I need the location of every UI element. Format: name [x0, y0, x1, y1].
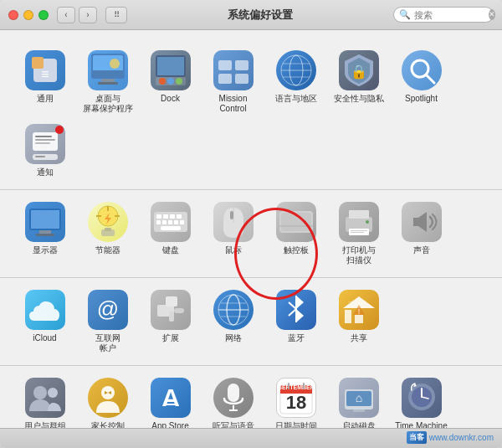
sound-icon — [402, 202, 442, 242]
section-personal-grid: ≡ 通用 — [13, 44, 489, 181]
content-area: ≡ 通用 — [0, 30, 502, 428]
svg-point-64 — [366, 220, 369, 224]
sidebar-item-appstore[interactable]: A App Store — [139, 371, 202, 428]
sidebar-item-security[interactable]: 🔒 安全性与隐私 — [327, 44, 390, 117]
sidebar-item-display[interactable]: 显示器 — [13, 195, 76, 269]
section-system: 用户与群组 家长控制 — [0, 366, 502, 428]
svg-rect-16 — [235, 60, 248, 70]
svg-rect-98 — [353, 409, 365, 412]
sidebar-item-general[interactable]: ≡ 通用 — [13, 44, 76, 117]
dictation-label: 听写与语音 — [213, 421, 254, 428]
svg-rect-34 — [31, 210, 59, 229]
svg-text:≡: ≡ — [41, 67, 49, 81]
printer-label: 打印机与扫描仪 — [342, 245, 376, 265]
svg-rect-60 — [349, 210, 369, 219]
sidebar-item-sharing[interactable]: ! 共享 — [327, 283, 390, 357]
startup-icon: ⌂ — [339, 378, 379, 418]
sidebar-item-trackpad[interactable]: 触控板 — [264, 195, 327, 269]
sidebar-item-parental[interactable]: 家长控制 — [76, 371, 139, 428]
sharing-icon: ! — [339, 290, 379, 330]
traffic-lights — [8, 10, 49, 20]
bluetooth-icon — [276, 290, 316, 330]
sidebar-item-sound[interactable]: 声音 — [390, 195, 453, 269]
search-input[interactable] — [414, 10, 485, 20]
sidebar-item-extension[interactable]: 扩展 — [139, 283, 202, 357]
sidebar-item-dock[interactable]: Dock — [139, 44, 202, 117]
sidebar-item-network[interactable]: 网络 — [202, 283, 264, 357]
energy-icon — [88, 202, 128, 242]
svg-point-13 — [167, 78, 174, 85]
svg-rect-47 — [177, 214, 182, 219]
svg-text:⌂: ⌂ — [355, 391, 361, 404]
sidebar-item-desktop[interactable]: 桌面与屏幕保护程序 — [76, 44, 139, 117]
svg-rect-42 — [105, 228, 111, 231]
svg-line-77 — [289, 309, 296, 316]
svg-rect-32 — [35, 156, 45, 157]
forward-button[interactable]: › — [79, 7, 97, 23]
svg-rect-67 — [174, 308, 184, 313]
svg-rect-86 — [228, 384, 239, 402]
watermark-logo: 当客 — [407, 431, 427, 444]
sidebar-item-bluetooth[interactable]: 蓝牙 — [264, 283, 327, 357]
close-button[interactable] — [8, 10, 18, 20]
sidebar-item-spotlight[interactable]: Spotlight — [390, 44, 453, 117]
svg-rect-55 — [230, 211, 233, 219]
svg-rect-30 — [35, 142, 50, 144]
svg-rect-8 — [93, 70, 123, 77]
sidebar-item-icloud[interactable]: iCloud — [13, 283, 76, 357]
maximize-button[interactable] — [38, 10, 49, 20]
svg-rect-57 — [281, 213, 311, 231]
spotlight-icon — [402, 50, 442, 90]
svg-rect-36 — [36, 234, 54, 236]
sidebar-item-internet[interactable]: @ 互联网帐户 — [76, 283, 139, 357]
section-internet: iCloud @ 互联网帐户 — [0, 278, 502, 366]
dictation-icon — [213, 378, 254, 418]
watermark-text: www.downkr.com — [429, 433, 494, 442]
sidebar-item-notify[interactable]: 通知 — [13, 117, 76, 181]
sidebar-item-timemachine[interactable]: Time Machine — [390, 371, 453, 428]
sidebar-item-energy[interactable]: 节能器 — [76, 195, 139, 269]
sidebar-item-mission[interactable]: MissionControl — [202, 44, 264, 117]
keyboard-icon — [151, 202, 191, 242]
sidebar-item-startup[interactable]: ⌂ 启动磁盘 — [327, 371, 390, 428]
svg-rect-49 — [162, 220, 166, 224]
sidebar-item-dictation[interactable]: 听写与语音 — [202, 371, 264, 428]
section-hardware: 显示器 — [0, 190, 502, 278]
sidebar-item-users[interactable]: 用户与群组 — [13, 371, 76, 428]
sidebar-item-datetime[interactable]: SEPTEMBER 18 日期与时间 — [264, 371, 327, 428]
svg-rect-48 — [156, 220, 161, 224]
section-internet-grid: iCloud @ 互联网帐户 — [13, 283, 489, 357]
sidebar-item-printer[interactable]: 打印机与扫描仪 — [327, 195, 390, 269]
energy-label: 节能器 — [95, 245, 120, 255]
svg-point-81 — [33, 386, 47, 399]
parental-icon — [88, 378, 128, 418]
sound-label: 声音 — [413, 245, 430, 255]
internet-label: 互联网帐户 — [95, 333, 120, 353]
sidebar-item-language[interactable]: 语言与地区 — [264, 44, 327, 117]
svg-rect-15 — [218, 60, 232, 70]
sharing-label: 共享 — [351, 333, 367, 343]
search-box[interactable]: 🔍 ✕ — [393, 7, 494, 23]
svg-rect-68 — [166, 296, 177, 306]
security-icon: 🔒 — [339, 50, 379, 90]
appstore-icon: A — [151, 378, 191, 418]
svg-line-26 — [426, 75, 434, 83]
icloud-icon — [25, 290, 65, 330]
svg-rect-44 — [156, 214, 161, 219]
grid-view-button[interactable]: ⠿ — [105, 7, 127, 23]
svg-point-12 — [159, 78, 166, 85]
minimize-button[interactable] — [23, 10, 33, 20]
titlebar: ‹ › ⠿ 系统偏好设置 🔍 ✕ — [0, 0, 502, 30]
svg-text:🔒: 🔒 — [351, 64, 367, 80]
svg-rect-27 — [33, 132, 58, 151]
trackpad-icon — [276, 202, 316, 242]
sidebar-item-mouse[interactable]: 鼠标 — [202, 195, 264, 269]
sidebar-item-keyboard[interactable]: 键盘 — [139, 195, 202, 269]
language-icon — [276, 50, 316, 90]
svg-rect-62 — [351, 230, 367, 231]
svg-rect-6 — [98, 82, 118, 85]
svg-rect-78 — [355, 315, 363, 323]
back-button[interactable]: ‹ — [57, 7, 75, 23]
search-clear-button[interactable]: ✕ — [489, 9, 495, 20]
extension-icon — [151, 290, 191, 330]
